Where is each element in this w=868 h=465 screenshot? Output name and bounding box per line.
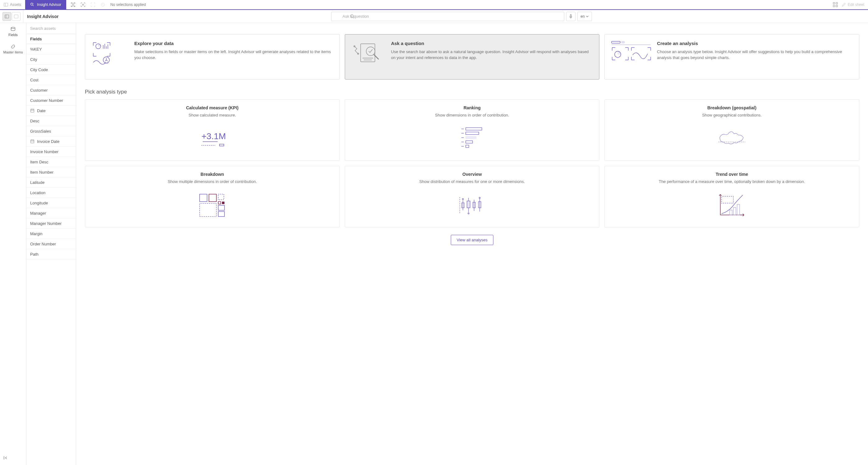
grid-icon[interactable] [833, 2, 838, 7]
analysis-card[interactable]: RankingShow dimensions in order of contr… [345, 99, 600, 161]
svg-line-11 [102, 4, 103, 5]
language-button[interactable]: en [577, 12, 592, 21]
field-label: Manager [30, 211, 46, 215]
svg-rect-44 [621, 41, 625, 43]
microphone-button[interactable] [566, 12, 576, 21]
analysis-viz [198, 190, 226, 221]
svg-point-8 [72, 4, 74, 5]
field-item[interactable]: Customer [26, 85, 76, 95]
field-item[interactable]: Invoice Date [26, 136, 76, 146]
analysis-card[interactable]: OverviewShow distribution of measures fo… [345, 166, 600, 227]
svg-rect-64 [218, 194, 224, 200]
calendar-icon [30, 108, 34, 113]
field-item[interactable]: Latitude [26, 177, 76, 188]
analysis-desc: Show distribution of measures for one or… [420, 179, 525, 184]
svg-rect-84 [721, 196, 733, 203]
selection-toolbar: No selections applied [66, 0, 148, 9]
svg-rect-60 [466, 145, 469, 147]
explore-card[interactable]: Explore your data Make selections in fie… [85, 34, 340, 79]
field-item[interactable]: Order Number [26, 239, 76, 249]
field-label: City [30, 57, 37, 62]
field-item[interactable]: GrossSales [26, 126, 76, 136]
field-label: Order Number [30, 242, 56, 246]
smart-search-icon[interactable] [69, 0, 78, 9]
field-item[interactable]: Item Number [26, 167, 76, 177]
field-item[interactable]: Invoice Number [26, 146, 76, 157]
analysis-title: Overview [462, 172, 482, 177]
field-item[interactable]: %KEY [26, 44, 76, 54]
subbar-title: Insight Advisor [23, 10, 58, 23]
analysis-viz [460, 123, 484, 154]
rail-fields[interactable]: Fields [0, 23, 26, 40]
tab-label: Insight Advisor [37, 2, 61, 7]
explore-desc: Make selections in fields or master item… [134, 49, 333, 61]
ask-desc: Use the search bar above to ask a natura… [391, 49, 593, 61]
field-item[interactable]: Desc [26, 116, 76, 126]
field-item[interactable]: Location [26, 188, 76, 198]
field-label: Location [30, 190, 45, 195]
create-card[interactable]: Create an analysis Choose an analysis ty… [604, 34, 859, 79]
svg-rect-45 [612, 44, 651, 45]
field-item[interactable]: Item Desc [26, 157, 76, 167]
svg-rect-62 [199, 194, 207, 202]
analysis-card[interactable]: Breakdown (geospatial)Show geographical … [604, 99, 859, 161]
view-all-button[interactable]: View all analyses [451, 235, 493, 245]
selections-tool-icon[interactable] [79, 0, 87, 9]
svg-rect-6 [71, 6, 72, 6]
collapse-rail-button[interactable] [2, 454, 10, 462]
search-wrap: en [58, 12, 868, 21]
panel-view-button[interactable] [2, 12, 11, 21]
analysis-desc: Show calculated measure. [189, 113, 236, 118]
svg-rect-0 [4, 3, 8, 6]
svg-rect-86 [733, 207, 736, 215]
svg-rect-5 [74, 3, 75, 3]
svg-point-76 [468, 213, 469, 214]
svg-rect-63 [209, 194, 216, 202]
field-item[interactable]: Cost [26, 75, 76, 85]
ask-card[interactable]: Ask a question Use the search bar above … [345, 34, 600, 79]
analysis-viz [718, 123, 746, 154]
create-title: Create an analysis [657, 41, 853, 46]
microphone-icon [569, 14, 573, 19]
analysis-viz: +3.1M [198, 123, 226, 154]
field-item[interactable]: Manager Number [26, 219, 76, 229]
side-header: Fields [26, 34, 76, 44]
rail-master-items[interactable]: Master items [0, 40, 26, 58]
field-item[interactable]: Longitude [26, 198, 76, 208]
field-item[interactable]: Margin [26, 229, 76, 239]
field-item[interactable]: Path [26, 249, 76, 259]
collapse-icon [3, 456, 8, 460]
insight-advisor-tab[interactable]: Insight Advisor [25, 0, 66, 10]
field-item[interactable]: Manager [26, 208, 76, 219]
svg-text:+3.1M: +3.1M [202, 131, 226, 141]
database-icon [10, 27, 16, 32]
ask-question-input[interactable] [331, 12, 564, 21]
section-title: Pick analysis type [85, 89, 859, 95]
assets-button[interactable]: Assets [0, 0, 25, 10]
field-item[interactable]: City [26, 54, 76, 65]
search-assets-input[interactable] [26, 23, 76, 34]
svg-rect-14 [833, 5, 835, 7]
edit-sheet-button: Edit sheet [842, 2, 864, 7]
field-label: City Code [30, 67, 48, 72]
field-label: Item Desc [30, 160, 49, 164]
svg-rect-69 [218, 211, 224, 217]
analysis-card[interactable]: Trend over timeThe performance of a meas… [604, 166, 859, 227]
svg-rect-16 [5, 14, 9, 18]
analysis-desc: Show multiple dimensions in order of con… [167, 179, 257, 184]
sub-toolbar: Insight Advisor en [0, 10, 868, 23]
analysis-card[interactable]: BreakdownShow multiple dimensions in ord… [85, 166, 340, 227]
create-icon [611, 41, 651, 62]
svg-rect-18 [14, 14, 18, 18]
field-item[interactable]: Date [26, 106, 76, 116]
analysis-card[interactable]: Calculated measure (KPI)Show calculated … [85, 99, 340, 161]
field-item[interactable]: City Code [26, 65, 76, 75]
content-area: Explore your data Make selections in fie… [76, 23, 868, 465]
side-list[interactable]: %KEYCityCity CodeCostCustomerCustomer Nu… [26, 44, 76, 465]
field-label: Latitude [30, 180, 44, 185]
analysis-viz [458, 190, 486, 221]
side-panel: Fields %KEYCityCity CodeCostCustomerCust… [26, 23, 76, 465]
full-view-button[interactable] [12, 12, 21, 21]
field-item[interactable]: Customer Number [26, 95, 76, 106]
analysis-title: Breakdown [200, 172, 224, 177]
